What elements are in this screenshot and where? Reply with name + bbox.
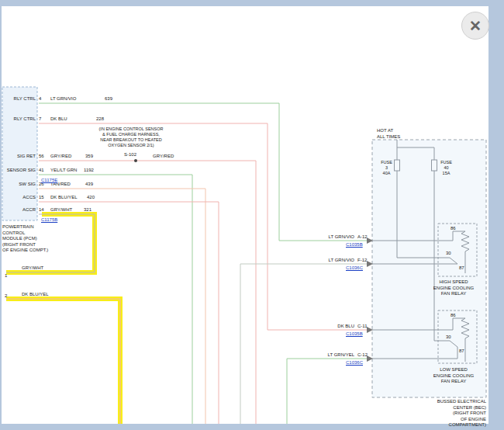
pcm-wire-color: LT GRN/VIO: [50, 96, 76, 102]
splice-wire-color: GRY/RED: [153, 154, 174, 160]
offpage-wire-color: GRY/WHT: [22, 265, 43, 272]
connector-link[interactable]: C1036C: [346, 265, 363, 272]
pcm-circuit-number: 439: [85, 182, 93, 188]
connector-link[interactable]: C1175E: [41, 178, 57, 184]
terminal-arrow-a12: [367, 238, 373, 244]
highlight-dk-blu-yel-trace[interactable]: [6, 299, 120, 424]
close-icon: ✕: [469, 17, 482, 35]
terminal-pin: F-12: [357, 258, 367, 264]
relay-pin-87: 87: [459, 265, 464, 272]
connector-link[interactable]: C1175B: [41, 217, 57, 224]
offpage-marker: 2: [5, 293, 7, 300]
terminal-wire-color: LT GRN/VIO: [320, 258, 354, 264]
wire-f12-feed: [240, 264, 368, 424]
diagram-viewer: RLY CTRL RLY CTRL SIG RET SENSOR SIG SW …: [0, 0, 504, 430]
pcm-circuit-number: 321: [84, 207, 91, 213]
pcm-pin-label: ACCS: [3, 195, 36, 201]
connector-link[interactable]: C1036C: [346, 360, 363, 366]
relay-pin-86: 86: [450, 313, 456, 319]
pcm-circuit-number: 1192: [84, 168, 94, 174]
pcm-pin-label: RLY CTRL: [3, 96, 36, 102]
fuse-label: FUSE 3 40A: [380, 160, 393, 176]
pcm-wire-color: DK BLU/YEL: [50, 195, 78, 201]
relay-pin-30: 30: [446, 335, 451, 341]
offpage-marker: 1: [5, 273, 7, 279]
wire-dk-blu-yel-continued: [6, 299, 120, 424]
pcm-circuit-number: 639: [105, 96, 112, 102]
offpage-wire-color: DK BLU/YEL: [22, 292, 49, 298]
terminal-pin: C-11: [357, 324, 368, 330]
pcm-pin-number: 7: [39, 116, 41, 123]
pcm-circuit-number: 359: [85, 154, 93, 160]
pcm-pin-number: 41: [39, 168, 44, 174]
terminal-wire-color: LT GRN/YEL: [320, 352, 354, 359]
relay-pin-87: 87: [459, 349, 464, 355]
pcm-wire-color: GRY/RED: [50, 154, 71, 160]
wire-dk-blu-yel: [39, 202, 219, 424]
terminal-wire-color: LT GRN/VIO: [320, 234, 354, 241]
pcm-pin-label: SENSOR SIG: [3, 168, 36, 174]
pcm-pin-number: 4: [39, 96, 41, 102]
pcm-caption: POWERTRAIN CONTROL MODULE (PCM) (RIGHT F…: [2, 224, 54, 254]
terminal-pin: C-12: [357, 352, 368, 359]
fuse-label: FUSE 40 15A: [440, 160, 453, 176]
wires: [6, 103, 368, 424]
harness-note: (IN ENGINE CONTROL SENSOR & FUEL CHARGE …: [90, 127, 172, 148]
bec-caption: BUSSED ELECTRICAL CENTER (BEC) (RIGHT FR…: [426, 399, 486, 428]
pcm-pin-number: 14: [39, 207, 44, 213]
terminal-pin: A-12: [357, 234, 368, 241]
wire-lt-grn-yel: [287, 359, 368, 424]
splice-dot: [134, 159, 137, 162]
pcm-pin-label: SW SIG: [3, 182, 36, 188]
close-button[interactable]: ✕: [461, 12, 489, 40]
pcm-wire-color: GRY/WHT: [50, 207, 72, 213]
pcm-wire-color: YEL/LT GRN: [50, 168, 77, 174]
pcm-pin-number: 15: [39, 195, 44, 201]
connector-link[interactable]: C1035B: [346, 242, 363, 248]
pcm-pin-number: 56: [39, 154, 44, 160]
relay-pin-86: 86: [450, 226, 456, 232]
connector-link[interactable]: C1035B: [346, 331, 363, 338]
relay-caption: LOW SPEED ENGINE COOLING FAN RELAY: [426, 367, 482, 385]
relay-pin-30: 30: [446, 251, 451, 257]
pcm-circuit-number: 420: [87, 195, 95, 201]
pcm-wire-color: DK BLU: [50, 116, 67, 123]
wiring-diagram: [0, 0, 504, 430]
pcm-pin-label: RLY CTRL: [3, 116, 36, 123]
pcm-circuit-number: 228: [96, 116, 104, 123]
splice-label: S-102: [124, 152, 136, 158]
relay-caption: HIGH SPEED ENGINE COOLING FAN RELAY: [426, 279, 482, 297]
pcm-pin-label: ACCR: [3, 207, 36, 213]
hot-at-all-times-label: HOT AT ALL TIMES: [377, 128, 400, 140]
terminal-wire-color: DK BLU: [320, 324, 354, 330]
pcm-pin-label: SIG RET: [3, 154, 36, 160]
